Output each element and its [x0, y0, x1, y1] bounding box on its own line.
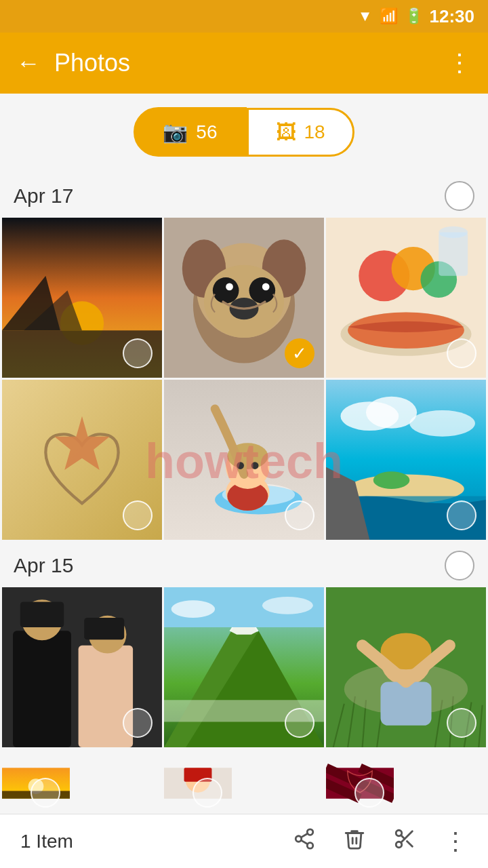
album-icon: 🖼 — [276, 121, 296, 144]
photo-cell[interactable] — [326, 380, 486, 540]
cut-button[interactable] — [393, 827, 416, 856]
date-section-apr17: Apr 17 — [0, 170, 488, 218]
wifi-icon: ▼ — [358, 7, 373, 25]
photo-select-p11[interactable] — [192, 778, 222, 808]
photo-cell[interactable] — [2, 218, 162, 378]
date-section-apr15: Apr 15 — [0, 540, 488, 587]
photo-grid-apr17: ✓ — [0, 218, 488, 540]
svg-point-13 — [226, 283, 233, 291]
camera-icon: 📷 — [163, 120, 188, 144]
svg-line-94 — [407, 841, 412, 846]
battery-icon: 🔋 — [405, 7, 423, 25]
status-icons: ▼ 📶 🔋 12:30 — [358, 6, 474, 27]
svg-rect-49 — [84, 618, 124, 639]
photo-select-p1[interactable] — [123, 338, 152, 368]
svg-line-90 — [301, 833, 308, 837]
photo-grid-apr15 — [0, 587, 488, 817]
photo-cell[interactable] — [2, 749, 70, 817]
svg-point-38 — [409, 410, 475, 437]
date-label-apr17: Apr 17 — [14, 184, 73, 208]
svg-point-34 — [251, 462, 259, 469]
svg-rect-22 — [439, 232, 468, 275]
photo-cell[interactable] — [326, 587, 486, 747]
photo-cell[interactable] — [326, 749, 394, 817]
delete-button[interactable] — [343, 827, 366, 856]
svg-rect-44 — [13, 631, 71, 747]
photo-select-p8[interactable] — [285, 708, 314, 738]
photo-cell[interactable] — [164, 749, 232, 817]
svg-point-23 — [439, 226, 468, 238]
svg-rect-71 — [380, 682, 431, 725]
signal-icon: 📶 — [380, 7, 398, 25]
photo-select-p3[interactable] — [447, 338, 476, 368]
photo-select-p12[interactable] — [354, 778, 384, 808]
svg-point-40 — [373, 471, 410, 489]
photo-cell[interactable] — [2, 587, 162, 747]
back-button[interactable]: ← — [16, 49, 41, 77]
svg-rect-48 — [20, 601, 64, 627]
share-button[interactable] — [293, 827, 316, 856]
photo-cell[interactable] — [2, 380, 162, 540]
app-bar-title: Photos — [54, 49, 447, 77]
photo-cell[interactable] — [164, 587, 324, 747]
tab-bar: 📷 56 🖼 18 — [0, 94, 488, 170]
svg-line-95 — [401, 835, 405, 838]
more-options-button[interactable]: ⋮ — [443, 827, 468, 856]
photo-select-p9[interactable] — [447, 708, 476, 738]
checkmark-icon: ✓ — [292, 344, 307, 362]
selection-count: 1 Item — [20, 831, 293, 852]
date-select-apr15[interactable] — [445, 551, 474, 580]
tab-photos-count: 56 — [196, 121, 217, 143]
svg-line-89 — [301, 840, 308, 844]
photo-select-p6[interactable] — [447, 500, 476, 530]
photo-select-p4[interactable] — [123, 500, 152, 530]
photo-select-p2[interactable]: ✓ — [285, 338, 314, 368]
svg-point-37 — [366, 397, 417, 429]
photo-select-p10[interactable] — [30, 778, 60, 808]
svg-point-57 — [262, 597, 313, 614]
svg-point-11 — [213, 277, 239, 304]
bottom-action-buttons: ⋮ — [293, 827, 468, 856]
photo-cell[interactable] — [326, 218, 486, 378]
bottom-action-bar: 1 Item ⋮ — [0, 814, 488, 868]
svg-rect-46 — [79, 646, 133, 747]
date-select-apr17[interactable] — [445, 181, 474, 211]
status-time: 12:30 — [430, 6, 475, 27]
tab-albums[interactable]: 🖼 18 — [247, 108, 354, 157]
photo-cell[interactable]: ✓ — [164, 218, 324, 378]
svg-point-33 — [237, 462, 244, 469]
date-label-apr15: Apr 15 — [14, 554, 73, 577]
svg-point-14 — [262, 283, 270, 291]
status-bar: ▼ 📶 🔋 12:30 — [0, 0, 488, 33]
svg-point-12 — [249, 277, 276, 304]
tab-photos[interactable]: 📷 56 — [134, 107, 246, 157]
photo-select-p7[interactable] — [123, 708, 152, 738]
svg-point-56 — [171, 600, 215, 618]
photo-select-p5[interactable] — [285, 500, 314, 530]
photo-cell[interactable] — [164, 380, 324, 540]
tab-albums-count: 18 — [304, 121, 325, 143]
overflow-menu-button[interactable]: ⋮ — [447, 49, 472, 77]
app-bar: ← Photos ⋮ — [0, 33, 488, 94]
photo-content: howtech Apr 17 — [0, 170, 488, 817]
